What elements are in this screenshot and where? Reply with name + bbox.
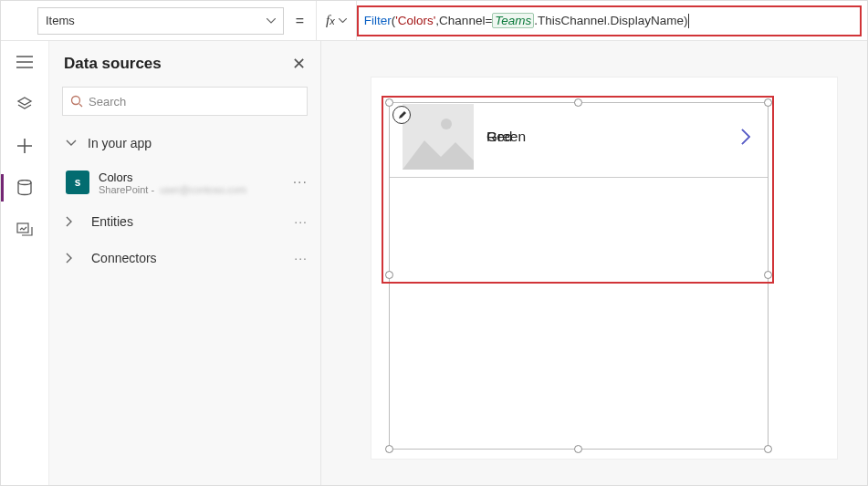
rail-data[interactable] — [1, 167, 49, 209]
chevron-down-icon — [66, 140, 82, 147]
plus-icon — [17, 139, 32, 153]
more-icon[interactable]: ··· — [293, 174, 308, 191]
formula-token-func: Filter — [364, 14, 392, 27]
chevron-right-icon — [66, 216, 82, 227]
svg-rect-1 — [17, 223, 28, 233]
section-label: In your app — [88, 136, 152, 150]
search-placeholder: Search — [89, 95, 126, 109]
left-rail — [1, 41, 49, 485]
app-root: Items = fx Filter('Colors', Channel = Te… — [0, 0, 868, 486]
resize-handle[interactable] — [385, 271, 393, 279]
rail-insert[interactable] — [1, 83, 49, 125]
chevron-down-icon — [267, 18, 276, 24]
resize-handle[interactable] — [385, 445, 393, 453]
datasource-provider: SharePoint - user@contoso.com — [99, 184, 246, 195]
datasource-name: Colors — [99, 171, 246, 184]
resize-handle[interactable] — [385, 98, 393, 107]
resize-handle[interactable] — [764, 445, 772, 453]
formula-token-id: Channel — [439, 14, 485, 27]
property-dropdown-value: Items — [46, 14, 75, 27]
gallery-item[interactable]: Green — [390, 96, 768, 178]
formula-token-close: ) — [684, 14, 688, 27]
layers-icon — [16, 96, 33, 112]
svg-point-4 — [441, 119, 452, 129]
resize-handle[interactable] — [574, 98, 582, 107]
image-placeholder-icon — [403, 104, 474, 170]
chevron-right-icon[interactable] — [740, 128, 751, 146]
panel-header: Data sources ✕ — [49, 41, 320, 83]
formula-token-teams: Teams — [492, 13, 534, 28]
gallery-control[interactable]: Red Green — [382, 96, 774, 446]
database-icon — [17, 180, 32, 196]
datasource-text: Colors SharePoint - user@contoso.com — [99, 171, 246, 195]
equals-label: = — [284, 13, 316, 29]
search-icon — [70, 95, 83, 108]
media-icon — [16, 222, 33, 237]
svg-point-2 — [72, 97, 80, 105]
canvas-background: Red Green — [321, 41, 867, 485]
data-sources-panel: Data sources ✕ Search In your app s Colo… — [49, 41, 321, 485]
section-in-your-app[interactable]: In your app — [49, 125, 320, 161]
edit-icon[interactable] — [392, 106, 411, 124]
formula-token-eq: = — [485, 14, 492, 27]
fx-button[interactable]: fx — [316, 1, 357, 41]
property-row: Items = fx Filter('Colors', Channel = Te… — [1, 1, 867, 41]
section-connectors[interactable]: Connectors ··· — [49, 240, 320, 276]
formula-token-string: 'Colors' — [395, 14, 435, 27]
section-entities[interactable]: Entities ··· — [49, 203, 320, 240]
search-input[interactable]: Search — [62, 87, 308, 116]
chevron-right-icon — [66, 253, 82, 264]
resize-handle[interactable] — [574, 445, 582, 453]
text-caret — [688, 14, 689, 28]
section-label: Entities — [91, 214, 133, 229]
gallery-item-title: Green — [486, 129, 740, 145]
section-label: Connectors — [91, 251, 157, 265]
sharepoint-icon: s — [66, 171, 89, 194]
formula-bar[interactable]: Filter('Colors', Channel = Teams.ThisCha… — [357, 5, 862, 36]
more-icon[interactable]: ··· — [294, 251, 308, 265]
hamburger-icon — [16, 56, 33, 68]
formula-token-path: .ThisChannel.DisplayName — [534, 14, 684, 27]
svg-point-0 — [18, 181, 31, 185]
resize-handle[interactable] — [764, 271, 772, 279]
screen-canvas[interactable]: Red Green — [371, 78, 837, 459]
rail-media[interactable] — [1, 209, 49, 251]
fx-icon: fx — [326, 13, 335, 28]
chevron-down-icon — [339, 18, 347, 23]
resize-handle[interactable] — [764, 98, 772, 107]
panel-title: Data sources — [64, 55, 162, 73]
rail-tree-view[interactable] — [1, 41, 49, 83]
datasource-item-colors[interactable]: s Colors SharePoint - user@contoso.com ·… — [49, 161, 320, 203]
rail-add[interactable] — [1, 125, 49, 167]
close-icon[interactable]: ✕ — [292, 54, 306, 74]
property-dropdown[interactable]: Items — [37, 7, 284, 35]
more-icon[interactable]: ··· — [294, 214, 308, 229]
